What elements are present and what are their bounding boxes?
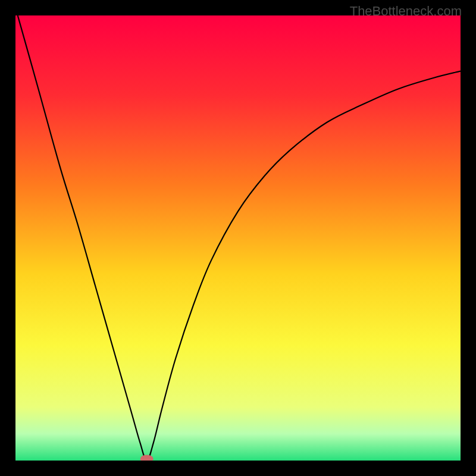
chart-plot xyxy=(15,15,461,461)
chart-svg xyxy=(15,15,461,461)
watermark-label: TheBottleneck.com xyxy=(350,4,462,19)
